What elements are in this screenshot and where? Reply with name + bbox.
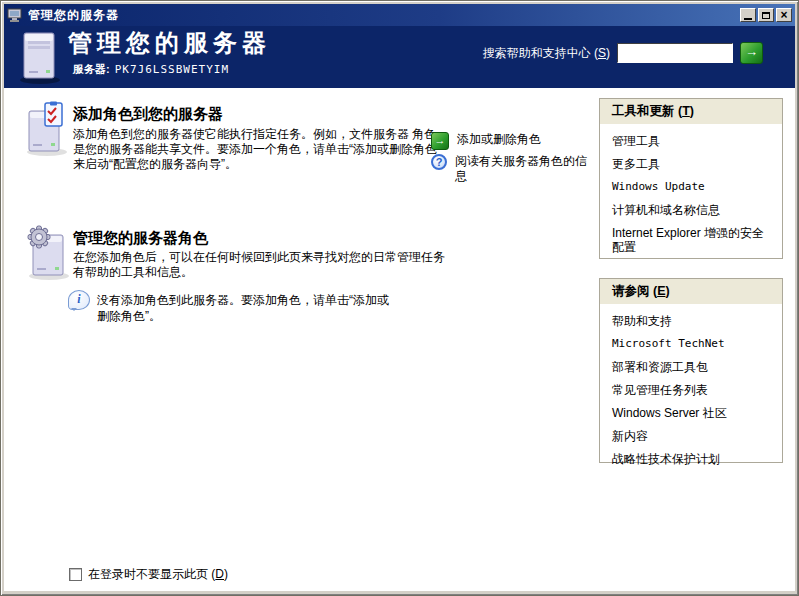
maximize-icon [762, 12, 770, 19]
tools-and-updates-panel: 工具和更新 (T) 管理工具 更多工具 Windows Update 计算机和域… [599, 98, 783, 259]
link-label: 添加或删除角色 [457, 132, 541, 147]
sidebar-item-microsoft-technet[interactable]: Microsoft TechNet [612, 337, 774, 351]
search-input[interactable] [617, 43, 733, 63]
search-area: 搜索帮助和支持中心 (S) → [483, 42, 763, 64]
section-add-roles-title: 添加角色到您的服务器 [73, 105, 223, 124]
server-checklist-icon [23, 101, 73, 157]
server-tower-icon [16, 29, 64, 85]
sidebar-item-common-admin-tasks[interactable]: 常见管理任务列表 [612, 383, 774, 397]
minimize-button[interactable] [740, 8, 756, 22]
dont-show-checkbox[interactable] [69, 568, 82, 581]
maximize-button[interactable] [758, 8, 774, 22]
info-balloon-icon: i [68, 290, 90, 310]
sidebar-item-computer-domain-info[interactable]: 计算机和域名称信息 [612, 203, 774, 217]
sidebar-item-windows-server-community[interactable]: Windows Server 社区 [612, 406, 774, 420]
server-gear-icon [23, 225, 73, 281]
no-roles-note: 没有添加角色到此服务器。要添加角色，请单击“添加或删除角色”。 [97, 292, 399, 324]
close-icon: × [780, 10, 787, 20]
sidebar-item-help-support[interactable]: 帮助和支持 [612, 314, 774, 328]
sidebar-item-whats-new[interactable]: 新内容 [612, 429, 774, 443]
search-go-button[interactable]: → [740, 42, 763, 64]
window-monitor-icon [7, 7, 23, 23]
tools-panel-header: 工具和更新 (T) [600, 99, 782, 124]
help-icon: ? [431, 154, 447, 170]
window-title: 管理您的服务器 [28, 7, 740, 24]
section-add-roles-body: 添加角色到您的服务器使它能执行指定任务。例如，文件服务器 角色是您的服务器能共享… [73, 127, 445, 172]
minimize-icon [744, 18, 752, 20]
manage-your-server-window: 管理您的服务器 × 管理您的服务器 服务器: PK7J6LSSBWETYIM 搜… [0, 0, 799, 596]
server-label: 服务器: [73, 62, 110, 77]
server-name-row: 服务器: PK7J6LSSBWETYIM [73, 62, 229, 77]
see-also-panel: 请参阅 (E) 帮助和支持 Microsoft TechNet 部署和资源工具包… [599, 278, 783, 463]
section-manage-roles-title: 管理您的服务器角色 [73, 229, 208, 248]
title-bar: 管理您的服务器 × [4, 4, 795, 26]
go-arrow-icon: → [745, 44, 758, 59]
page-title: 管理您的服务器 [68, 27, 271, 59]
dont-show-row: 在登录时不要显示此页 (D) [69, 566, 228, 583]
page-header: 管理您的服务器 服务器: PK7J6LSSBWETYIM 搜索帮助和支持中心 (… [4, 26, 795, 88]
sidebar-item-more-tools[interactable]: 更多工具 [612, 157, 774, 171]
link-add-remove-role[interactable]: → 添加或删除角色 [431, 132, 541, 150]
section-manage-roles-body: 在您添加角色后，可以在任何时候回到此页来寻找对您的日常管理任务有帮助的工具和信息… [73, 250, 445, 280]
sidebar-item-admin-tools[interactable]: 管理工具 [612, 134, 774, 148]
link-label: 阅读有关服务器角色的信息 [455, 154, 595, 184]
dont-show-label[interactable]: 在登录时不要显示此页 (D) [88, 566, 228, 583]
sidebar-item-deployment-resource-kit[interactable]: 部署和资源工具包 [612, 360, 774, 374]
sidebar-item-windows-update[interactable]: Windows Update [612, 180, 774, 194]
sidebar-item-ie-enhanced-security[interactable]: Internet Explorer 增强的安全配置 [612, 226, 774, 254]
search-label: 搜索帮助和支持中心 (S) [483, 45, 610, 62]
server-name: PK7J6LSSBWETYIM [115, 63, 229, 76]
go-arrow-icon: → [431, 132, 449, 150]
link-read-about-roles[interactable]: ? 阅读有关服务器角色的信息 [431, 154, 595, 184]
close-button[interactable]: × [776, 8, 792, 22]
see-also-panel-header: 请参阅 (E) [600, 279, 782, 304]
gear-glyph [28, 226, 50, 248]
sidebar-item-strategic-tech-protection[interactable]: 战略性技术保护计划 [612, 452, 774, 466]
